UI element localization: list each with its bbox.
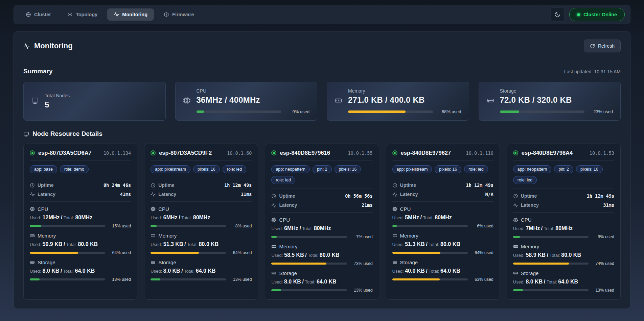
total-value: 80.0 KB bbox=[440, 241, 460, 247]
total-value: 80MHz bbox=[435, 215, 452, 220]
total-value: 64.0 KB bbox=[196, 268, 216, 274]
tab-monitoring[interactable]: Monitoring bbox=[107, 8, 154, 21]
progress-fill bbox=[151, 278, 160, 280]
used-value: 8.0 KB bbox=[43, 268, 60, 274]
node-tag: role: led bbox=[271, 176, 295, 184]
resource-label: Storage bbox=[279, 270, 297, 276]
refresh-button[interactable]: Refresh bbox=[584, 40, 621, 52]
percent-used-label: 9% used bbox=[285, 109, 309, 114]
total-value: 64.0 KB bbox=[558, 279, 578, 285]
node-ip: 10.0.1.110 bbox=[466, 150, 493, 156]
activity-icon bbox=[30, 192, 35, 197]
resource-storage: StorageUsed: 8.0 KB / Total: 64.0 KB13% … bbox=[151, 260, 252, 282]
latency-row: Latency11ms bbox=[151, 192, 252, 197]
tab-cluster[interactable]: Cluster bbox=[19, 8, 58, 21]
divider bbox=[392, 201, 493, 202]
divider bbox=[271, 212, 372, 213]
progress-fill bbox=[513, 289, 523, 291]
node-tag: pixels: 16 bbox=[335, 165, 361, 173]
used-label: Used: bbox=[151, 215, 162, 220]
monitor-icon bbox=[31, 97, 39, 104]
resource-label: CPU bbox=[521, 217, 532, 223]
online-dot-icon bbox=[577, 13, 580, 16]
memory-icon-wrap bbox=[335, 97, 342, 106]
tab-firmware[interactable]: Firmware bbox=[157, 8, 200, 21]
percent-used-label: 8% used bbox=[229, 224, 252, 228]
uptime-value: 0h 56m 56s bbox=[345, 193, 372, 199]
last-updated: Last updated: 10:31:15 AM bbox=[564, 69, 621, 74]
total-label: Total: bbox=[181, 215, 192, 220]
used-value: 8.0 KB bbox=[284, 279, 301, 285]
summary-card-total-nodes: Total Nodes5 bbox=[23, 82, 166, 121]
node-ip: 10.0.1.55 bbox=[348, 150, 372, 156]
globe-icon bbox=[26, 12, 31, 17]
summary-card-label: Total Nodes bbox=[45, 93, 158, 98]
resource-usage: Used: 40.0 KB / Total: 64.0 KB bbox=[392, 268, 493, 274]
nodes-grid: esp-807D3A5CD6A710.0.1.134app: baserole:… bbox=[23, 144, 621, 300]
used-value: 5MHz bbox=[405, 215, 419, 220]
node-tag: app: pixelstream bbox=[392, 165, 432, 173]
theme-toggle-button[interactable] bbox=[550, 7, 565, 22]
tab-topology[interactable]: Topology bbox=[61, 8, 104, 21]
divider bbox=[151, 201, 252, 202]
cluster-status-button[interactable]: Cluster Online bbox=[569, 8, 625, 21]
used-value: 6MHz bbox=[163, 215, 178, 220]
summary-card-memory: Memory271.0 KB / 400.0 KB68% used bbox=[327, 82, 469, 121]
nodes-section: Node Resource Details esp-807D3A5CD6A710… bbox=[23, 130, 621, 300]
resource-label: Storage bbox=[158, 260, 176, 265]
progress-fill bbox=[500, 110, 520, 113]
storage-icon bbox=[392, 260, 397, 265]
summary-card-value: 72.0 KB / 320.0 KB bbox=[500, 95, 613, 105]
summary-head: Summary Last updated: 10:31:15 AM bbox=[23, 68, 621, 75]
node-name: esp-840D8E979627 bbox=[401, 150, 451, 156]
total-label: Total: bbox=[184, 269, 194, 274]
cpu-icon bbox=[392, 206, 397, 212]
summary-card-cpu: CPU36MHz / 400MHz9% used bbox=[175, 82, 318, 121]
used-label: Used: bbox=[151, 242, 162, 247]
percent-used-label: 13% used bbox=[229, 277, 252, 282]
progress-track bbox=[30, 278, 105, 280]
divider bbox=[513, 189, 614, 189]
total-label: Total: bbox=[187, 242, 198, 247]
percent-used-label: 23% used bbox=[589, 109, 613, 114]
divider bbox=[271, 189, 372, 189]
clock-icon bbox=[30, 183, 35, 188]
used-label: Used: bbox=[392, 242, 404, 247]
latency-label: Latency bbox=[38, 192, 55, 197]
page-title-label: Monitoring bbox=[34, 42, 73, 50]
summary-card-label: CPU bbox=[197, 88, 310, 94]
summary-card-value: 36MHz / 400MHz bbox=[197, 95, 310, 105]
percent-used-label: 63% used bbox=[471, 277, 493, 282]
divider bbox=[513, 212, 614, 213]
used-value: 8.0 KB bbox=[163, 268, 180, 274]
asterisk-icon bbox=[67, 12, 73, 17]
monitor-icon bbox=[23, 131, 29, 137]
total-value: 80MHz bbox=[555, 225, 573, 231]
progress-fill bbox=[197, 110, 204, 113]
used-label: Used: bbox=[30, 269, 41, 274]
used-value: 58.9 KB bbox=[526, 252, 546, 258]
total-value: 64.0 KB bbox=[317, 279, 337, 285]
node-online-dot-icon bbox=[271, 150, 276, 155]
memory-icon bbox=[335, 97, 342, 104]
progress-track bbox=[30, 252, 105, 254]
tab-monitoring-label: Monitoring bbox=[122, 12, 147, 17]
resource-label: Storage bbox=[38, 260, 55, 265]
activity-icon bbox=[114, 12, 119, 17]
resource-usage: Used: 8.0 KB / Total: 64.0 KB bbox=[513, 279, 614, 285]
refresh-label: Refresh bbox=[598, 43, 615, 49]
resource-usage: Used: 51.3 KB / Total: 80.0 KB bbox=[151, 241, 252, 247]
page-title: Monitoring bbox=[23, 42, 73, 50]
summary-grid: Total Nodes5CPU36MHz / 400MHz9% usedMemo… bbox=[23, 82, 621, 121]
progress-fill bbox=[271, 236, 277, 238]
resource-memory: MemoryUsed: 51.3 KB / Total: 80.0 KB64% … bbox=[151, 233, 252, 255]
node-tag: role: led bbox=[223, 165, 246, 173]
divider bbox=[271, 160, 372, 161]
used-label: Used: bbox=[513, 253, 525, 258]
resource-label: CPU bbox=[279, 217, 290, 223]
node-online-dot-icon bbox=[30, 150, 35, 155]
cpu-icon bbox=[271, 217, 276, 222]
activity-icon bbox=[271, 203, 276, 208]
storage-icon bbox=[513, 271, 518, 276]
top-navbar: Cluster Topology Monitoring Firmware Clu… bbox=[14, 5, 630, 24]
